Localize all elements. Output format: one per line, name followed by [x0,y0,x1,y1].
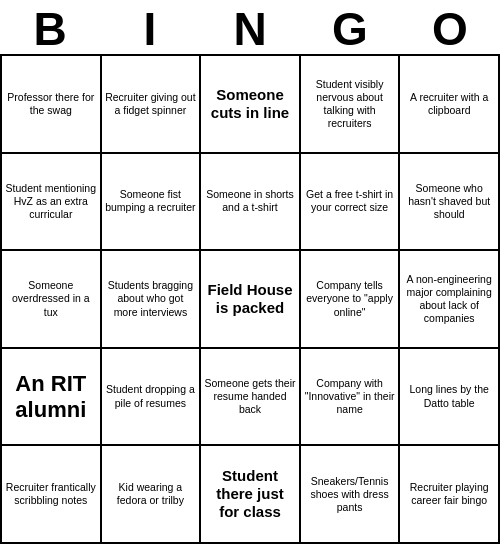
bingo-cell-17: Someone gets their resume handed back [201,349,301,447]
bingo-cell-5: Student mentioning HvZ as an extra curri… [2,154,102,252]
bingo-cell-20: Recruiter frantically scribbling notes [2,446,102,544]
bingo-letter-i: I [105,6,195,52]
bingo-cell-15: An RIT alumni [2,349,102,447]
bingo-header: BINGO [0,0,500,54]
bingo-cell-13: Company tells everyone to "apply online" [301,251,401,349]
bingo-cell-12: Field House is packed [201,251,301,349]
bingo-cell-19: Long lines by the Datto table [400,349,500,447]
bingo-letter-b: B [5,6,95,52]
bingo-card: BINGO Professor there for the swagRecrui… [0,0,500,544]
bingo-cell-14: A non-engineering major complaining abou… [400,251,500,349]
bingo-cell-2: Someone cuts in line [201,56,301,154]
bingo-letter-g: G [305,6,395,52]
bingo-cell-8: Get a free t-shirt in your correct size [301,154,401,252]
bingo-cell-3: Student visibly nervous about talking wi… [301,56,401,154]
bingo-cell-16: Student dropping a pile of resumes [102,349,202,447]
bingo-letter-o: O [405,6,495,52]
bingo-cell-7: Someone in shorts and a t-shirt [201,154,301,252]
bingo-cell-9: Someone who hasn't shaved but should [400,154,500,252]
bingo-cell-1: Recruiter giving out a fidget spinner [102,56,202,154]
bingo-cell-10: Someone overdressed in a tux [2,251,102,349]
bingo-cell-4: A recruiter with a clipboard [400,56,500,154]
bingo-letter-n: N [205,6,295,52]
bingo-cell-18: Company with "Innovative" in their name [301,349,401,447]
bingo-cell-23: Sneakers/Tennis shoes with dress pants [301,446,401,544]
bingo-cell-22: Student there just for class [201,446,301,544]
bingo-cell-21: Kid wearing a fedora or trilby [102,446,202,544]
bingo-cell-24: Recruiter playing career fair bingo [400,446,500,544]
bingo-grid: Professor there for the swagRecruiter gi… [0,54,500,544]
bingo-cell-0: Professor there for the swag [2,56,102,154]
bingo-cell-11: Students bragging about who got more int… [102,251,202,349]
bingo-cell-6: Someone fist bumping a recruiter [102,154,202,252]
